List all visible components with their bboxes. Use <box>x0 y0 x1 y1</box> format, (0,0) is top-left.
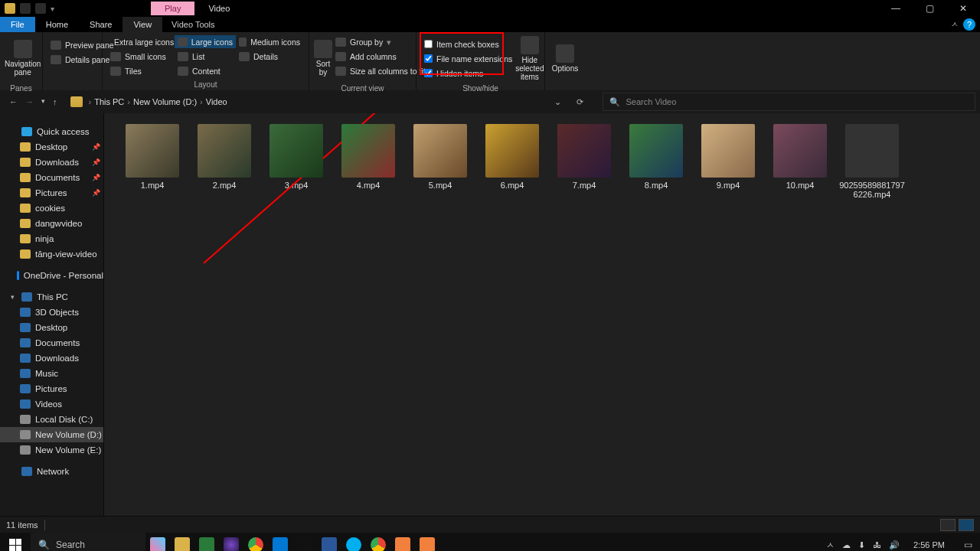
taskbar-app-chrome[interactable] <box>366 533 390 551</box>
hide-selected-button[interactable]: Hide selected items <box>515 35 544 81</box>
address-dropdown-icon[interactable]: ⌄ <box>550 97 566 107</box>
tree-item[interactable]: New Volume (D:) <box>0 427 103 442</box>
taskbar-app[interactable] <box>219 533 243 551</box>
file-item[interactable]: 10.mp4 <box>764 124 836 207</box>
refresh-button[interactable]: ⟳ <box>572 97 588 107</box>
options-button[interactable]: Options <box>550 35 580 81</box>
address-bar[interactable]: › This PC› New Volume (D:)› Video ⌄ ⟳ <box>65 93 593 111</box>
home-tab[interactable]: Home <box>35 17 79 32</box>
tree-item[interactable]: Desktop <box>0 320 103 335</box>
details-view-button[interactable] <box>940 519 956 531</box>
maximize-button[interactable]: ▢ <box>913 0 946 17</box>
tree-item[interactable]: Downloads <box>0 350 103 366</box>
action-center-button[interactable]: ▭ <box>956 533 980 551</box>
thumbnails-view-button[interactable] <box>959 519 974 531</box>
taskbar-app-skype[interactable] <box>341 533 366 551</box>
hidden-items-toggle[interactable]: Hidden items <box>421 67 515 80</box>
collapse-ribbon-icon[interactable]: ㅅ <box>951 19 959 30</box>
forward-button[interactable]: → <box>25 97 34 106</box>
video-tools-tab[interactable]: Video Tools <box>162 17 224 32</box>
tree-item[interactable]: Desktop📌 <box>0 139 103 155</box>
add-columns-button[interactable]: Add columns <box>332 50 429 63</box>
file-tab[interactable]: File <box>0 17 35 32</box>
navigation-pane-button[interactable]: Navigation pane <box>5 35 41 81</box>
file-item[interactable]: 2.mp4 <box>188 124 260 207</box>
file-list[interactable]: 1.mp42.mp43.mp44.mp45.mp46.mp47.mp48.mp4… <box>104 113 980 516</box>
file-item[interactable]: 1.mp4 <box>116 124 188 207</box>
tree-item[interactable]: tăng-view-video <box>0 246 103 262</box>
layout-tiles[interactable]: Tiles <box>107 64 175 77</box>
up-button[interactable]: ↑ <box>53 97 57 106</box>
tree-item[interactable]: dangwvideo <box>0 216 103 231</box>
volume-tray-icon[interactable]: 🔊 <box>889 540 900 550</box>
layout-sm[interactable]: Small icons <box>107 50 175 63</box>
file-name-extensions-toggle[interactable]: File name extensions <box>421 52 515 65</box>
size-columns-button[interactable]: Size all columns to fit <box>332 64 429 77</box>
onedrive-node[interactable]: OneDrive - Personal <box>0 268 103 283</box>
tree-item[interactable]: ninja <box>0 231 103 246</box>
system-tray[interactable]: ㅅ ☁ ⬇ 🖧 🔊 2:56 PM <box>822 540 956 551</box>
file-item[interactable]: 902595898817976226.mp4 <box>836 124 908 207</box>
item-check-boxes-toggle[interactable]: Item check boxes <box>421 37 515 51</box>
search-box[interactable]: 🔍 Search Video <box>603 93 976 111</box>
qat-icon[interactable] <box>35 3 46 14</box>
tree-item[interactable]: Music <box>0 366 103 381</box>
layout-md[interactable]: Medium icons <box>236 35 303 48</box>
help-icon[interactable]: ? <box>963 18 975 31</box>
onedrive-tray-icon[interactable]: ☁ <box>842 540 851 550</box>
file-item[interactable]: 4.mp4 <box>332 124 404 207</box>
tree-item[interactable]: Pictures <box>0 381 103 396</box>
back-button[interactable]: ← <box>9 97 18 106</box>
tree-item[interactable]: Local Disk (C:) <box>0 412 103 427</box>
file-item[interactable]: 8.mp4 <box>620 124 692 207</box>
taskbar-app[interactable] <box>145 533 170 551</box>
minimize-button[interactable]: — <box>879 0 913 17</box>
layout-lg[interactable]: Large icons <box>175 35 236 48</box>
taskbar-app-vscode[interactable] <box>268 533 292 551</box>
taskbar-app-word[interactable] <box>317 533 341 551</box>
recent-locations-button[interactable]: ▾ <box>41 97 45 106</box>
this-pc-node[interactable]: ▾This PC <box>0 289 103 305</box>
crumb-folder[interactable]: Video <box>206 97 227 106</box>
qat-overflow-icon[interactable]: ▾ <box>51 5 54 13</box>
layout-details[interactable]: Details <box>236 50 303 63</box>
file-item[interactable]: 3.mp4 <box>260 124 332 207</box>
tree-item[interactable]: Videos <box>0 396 103 412</box>
layout-list[interactable]: List <box>175 50 236 63</box>
updates-tray-icon[interactable]: ⬇ <box>858 540 865 550</box>
taskbar-app-chrome[interactable] <box>243 533 268 551</box>
network-node[interactable]: Network <box>0 464 103 479</box>
tree-item[interactable]: Downloads📌 <box>0 155 103 170</box>
start-button[interactable] <box>0 533 31 551</box>
quick-access-node[interactable]: Quick access <box>0 124 103 139</box>
qat-icon[interactable] <box>20 3 31 14</box>
close-button[interactable]: ✕ <box>946 0 980 17</box>
file-item[interactable]: 5.mp4 <box>404 124 476 207</box>
file-item[interactable]: 7.mp4 <box>548 124 620 207</box>
taskbar-app[interactable] <box>194 533 219 551</box>
layout-xl[interactable]: Extra large icons <box>107 35 175 48</box>
view-tab[interactable]: View <box>122 17 162 32</box>
tree-item[interactable]: 3D Objects <box>0 305 103 320</box>
layout-content[interactable]: Content <box>175 64 236 77</box>
tree-item[interactable]: cookies <box>0 201 103 216</box>
taskbar-app[interactable] <box>390 533 415 551</box>
tray-overflow-icon[interactable]: ㅅ <box>826 540 835 551</box>
tree-item[interactable]: Pictures📌 <box>0 185 103 201</box>
network-tray-icon[interactable]: 🖧 <box>873 540 881 549</box>
share-tab[interactable]: Share <box>79 17 122 32</box>
crumb-this-pc[interactable]: This PC <box>94 97 124 106</box>
clock[interactable]: 2:56 PM <box>907 540 951 549</box>
taskbar-app[interactable] <box>415 533 439 551</box>
taskbar-app-explorer[interactable] <box>170 533 194 551</box>
sort-by-button[interactable]: Sort by <box>314 35 332 81</box>
group-by-button[interactable]: Group by ▾ <box>332 35 429 48</box>
file-item[interactable]: 9.mp4 <box>692 124 764 207</box>
taskbar-app-terminal[interactable] <box>292 533 317 551</box>
taskbar-search[interactable]: 🔍Search <box>31 533 145 551</box>
tree-item[interactable]: Documents📌 <box>0 170 103 185</box>
tree-item[interactable]: New Volume (E:) <box>0 442 103 458</box>
crumb-drive[interactable]: New Volume (D:) <box>133 97 197 106</box>
contextual-tab-play[interactable]: Play <box>151 2 194 15</box>
tree-item[interactable]: Documents <box>0 335 103 350</box>
